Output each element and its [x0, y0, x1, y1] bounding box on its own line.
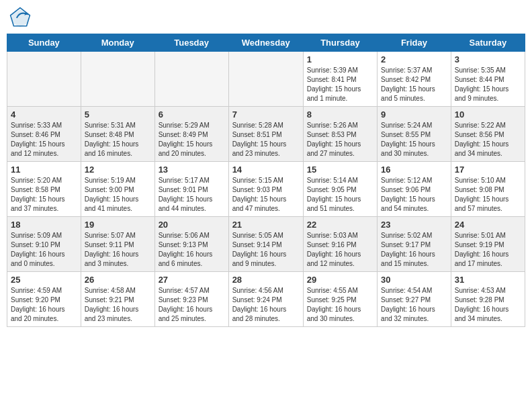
calendar-cell: 6Sunrise: 5:29 AM Sunset: 8:49 PM Daylig…	[154, 107, 228, 162]
calendar-cell: 27Sunrise: 4:57 AM Sunset: 9:23 PM Dayli…	[154, 272, 228, 327]
calendar-cell: 28Sunrise: 4:56 AM Sunset: 9:24 PM Dayli…	[228, 272, 303, 327]
day-header-monday: Monday	[81, 34, 154, 52]
day-number: 31	[455, 275, 521, 285]
calendar-cell: 9Sunrise: 5:24 AM Sunset: 8:55 PM Daylig…	[378, 107, 451, 162]
day-number: 1	[307, 54, 373, 64]
cell-content: Sunrise: 5:01 AM Sunset: 9:19 PM Dayligh…	[455, 231, 521, 269]
cell-content: Sunrise: 5:35 AM Sunset: 8:44 PM Dayligh…	[455, 66, 521, 103]
day-number: 8	[307, 109, 373, 120]
calendar-cell: 11Sunrise: 5:20 AM Sunset: 8:58 PM Dayli…	[7, 162, 81, 217]
day-number: 28	[232, 275, 300, 285]
cell-content: Sunrise: 5:15 AM Sunset: 9:03 PM Dayligh…	[232, 176, 300, 214]
cell-content: Sunrise: 5:29 AM Sunset: 8:49 PM Dayligh…	[159, 121, 225, 158]
cell-content: Sunrise: 4:54 AM Sunset: 9:27 PM Dayligh…	[381, 286, 447, 324]
calendar-cell: 10Sunrise: 5:22 AM Sunset: 8:56 PM Dayli…	[451, 107, 525, 162]
calendar-cell: 7Sunrise: 5:28 AM Sunset: 8:51 PM Daylig…	[228, 107, 303, 162]
calendar-cell: 8Sunrise: 5:26 AM Sunset: 8:53 PM Daylig…	[303, 107, 377, 162]
day-number: 5	[85, 109, 151, 120]
day-number: 25	[11, 275, 77, 285]
calendar-cell: 2Sunrise: 5:37 AM Sunset: 8:42 PM Daylig…	[378, 52, 451, 107]
calendar-cell: 12Sunrise: 5:19 AM Sunset: 9:00 PM Dayli…	[81, 162, 154, 217]
day-number: 27	[159, 275, 225, 285]
cell-content: Sunrise: 4:58 AM Sunset: 9:21 PM Dayligh…	[85, 286, 151, 324]
day-number: 23	[381, 220, 447, 230]
page-header	[7, 7, 525, 28]
calendar-cell: 17Sunrise: 5:10 AM Sunset: 9:08 PM Dayli…	[451, 162, 525, 217]
cell-content: Sunrise: 5:14 AM Sunset: 9:05 PM Dayligh…	[307, 176, 373, 214]
day-number: 14	[232, 165, 300, 175]
cell-content: Sunrise: 5:26 AM Sunset: 8:53 PM Dayligh…	[307, 121, 373, 158]
week-row-4: 18Sunrise: 5:09 AM Sunset: 9:10 PM Dayli…	[7, 217, 525, 272]
day-number: 4	[11, 109, 77, 120]
calendar-cell: 18Sunrise: 5:09 AM Sunset: 9:10 PM Dayli…	[7, 217, 81, 272]
day-number: 10	[455, 109, 521, 120]
day-number: 22	[307, 220, 373, 230]
day-number: 3	[455, 54, 521, 64]
calendar-cell	[7, 52, 81, 107]
day-number: 16	[381, 165, 447, 175]
cell-content: Sunrise: 5:19 AM Sunset: 9:00 PM Dayligh…	[85, 176, 151, 214]
calendar-cell: 4Sunrise: 5:33 AM Sunset: 8:46 PM Daylig…	[7, 107, 81, 162]
day-number: 18	[11, 220, 77, 230]
calendar-cell: 3Sunrise: 5:35 AM Sunset: 8:44 PM Daylig…	[451, 52, 525, 107]
calendar-cell: 22Sunrise: 5:03 AM Sunset: 9:16 PM Dayli…	[303, 217, 377, 272]
day-header-saturday: Saturday	[451, 34, 525, 52]
cell-content: Sunrise: 5:31 AM Sunset: 8:48 PM Dayligh…	[85, 121, 151, 158]
cell-content: Sunrise: 5:20 AM Sunset: 8:58 PM Dayligh…	[11, 176, 77, 214]
calendar-cell: 20Sunrise: 5:06 AM Sunset: 9:13 PM Dayli…	[154, 217, 228, 272]
week-row-1: 1Sunrise: 5:39 AM Sunset: 8:41 PM Daylig…	[7, 52, 525, 107]
calendar-cell: 16Sunrise: 5:12 AM Sunset: 9:06 PM Dayli…	[378, 162, 451, 217]
cell-content: Sunrise: 5:17 AM Sunset: 9:01 PM Dayligh…	[159, 176, 225, 214]
cell-content: Sunrise: 4:56 AM Sunset: 9:24 PM Dayligh…	[232, 286, 300, 324]
cell-content: Sunrise: 4:59 AM Sunset: 9:20 PM Dayligh…	[11, 286, 77, 324]
calendar-cell	[81, 52, 154, 107]
day-number: 9	[381, 109, 447, 120]
day-number: 15	[307, 165, 373, 175]
week-row-3: 11Sunrise: 5:20 AM Sunset: 8:58 PM Dayli…	[7, 162, 525, 217]
cell-content: Sunrise: 5:05 AM Sunset: 9:14 PM Dayligh…	[232, 231, 300, 269]
calendar-cell: 30Sunrise: 4:54 AM Sunset: 9:27 PM Dayli…	[378, 272, 451, 327]
cell-content: Sunrise: 5:06 AM Sunset: 9:13 PM Dayligh…	[159, 231, 225, 269]
calendar-cell: 14Sunrise: 5:15 AM Sunset: 9:03 PM Dayli…	[228, 162, 303, 217]
cell-content: Sunrise: 4:53 AM Sunset: 9:28 PM Dayligh…	[455, 286, 521, 324]
day-number: 21	[232, 220, 300, 230]
calendar-cell: 15Sunrise: 5:14 AM Sunset: 9:05 PM Dayli…	[303, 162, 377, 217]
day-header-wednesday: Wednesday	[228, 34, 303, 52]
calendar-cell: 23Sunrise: 5:02 AM Sunset: 9:17 PM Dayli…	[378, 217, 451, 272]
day-header-friday: Friday	[378, 34, 451, 52]
calendar-cell: 19Sunrise: 5:07 AM Sunset: 9:11 PM Dayli…	[81, 217, 154, 272]
cell-content: Sunrise: 5:03 AM Sunset: 9:16 PM Dayligh…	[307, 231, 373, 269]
logo	[9, 7, 32, 28]
day-header-thursday: Thursday	[303, 34, 377, 52]
day-number: 26	[85, 275, 151, 285]
day-number: 11	[11, 165, 77, 175]
week-row-5: 25Sunrise: 4:59 AM Sunset: 9:20 PM Dayli…	[7, 272, 525, 327]
day-number: 2	[381, 54, 447, 64]
calendar-cell: 31Sunrise: 4:53 AM Sunset: 9:28 PM Dayli…	[451, 272, 525, 327]
calendar-cell: 13Sunrise: 5:17 AM Sunset: 9:01 PM Dayli…	[154, 162, 228, 217]
calendar-cell: 21Sunrise: 5:05 AM Sunset: 9:14 PM Dayli…	[228, 217, 303, 272]
calendar-cell: 24Sunrise: 5:01 AM Sunset: 9:19 PM Dayli…	[451, 217, 525, 272]
calendar-cell: 5Sunrise: 5:31 AM Sunset: 8:48 PM Daylig…	[81, 107, 154, 162]
calendar-cell: 1Sunrise: 5:39 AM Sunset: 8:41 PM Daylig…	[303, 52, 377, 107]
calendar-cell	[154, 52, 228, 107]
cell-content: Sunrise: 5:12 AM Sunset: 9:06 PM Dayligh…	[381, 176, 447, 214]
day-number: 12	[85, 165, 151, 175]
logo-icon	[9, 7, 31, 28]
cell-content: Sunrise: 5:02 AM Sunset: 9:17 PM Dayligh…	[381, 231, 447, 269]
cell-content: Sunrise: 4:57 AM Sunset: 9:23 PM Dayligh…	[159, 286, 225, 324]
cell-content: Sunrise: 5:39 AM Sunset: 8:41 PM Dayligh…	[307, 66, 373, 103]
cell-content: Sunrise: 5:33 AM Sunset: 8:46 PM Dayligh…	[11, 121, 77, 158]
cell-content: Sunrise: 5:22 AM Sunset: 8:56 PM Dayligh…	[455, 121, 521, 158]
cell-content: Sunrise: 5:10 AM Sunset: 9:08 PM Dayligh…	[455, 176, 521, 214]
day-number: 20	[159, 220, 225, 230]
day-header-tuesday: Tuesday	[154, 34, 228, 52]
cell-content: Sunrise: 5:24 AM Sunset: 8:55 PM Dayligh…	[381, 121, 447, 158]
cell-content: Sunrise: 5:09 AM Sunset: 9:10 PM Dayligh…	[11, 231, 77, 269]
calendar-cell: 25Sunrise: 4:59 AM Sunset: 9:20 PM Dayli…	[7, 272, 81, 327]
day-number: 19	[85, 220, 151, 230]
calendar-cell: 29Sunrise: 4:55 AM Sunset: 9:25 PM Dayli…	[303, 272, 377, 327]
day-number: 6	[159, 109, 225, 120]
day-number: 29	[307, 275, 373, 285]
calendar-cell: 26Sunrise: 4:58 AM Sunset: 9:21 PM Dayli…	[81, 272, 154, 327]
